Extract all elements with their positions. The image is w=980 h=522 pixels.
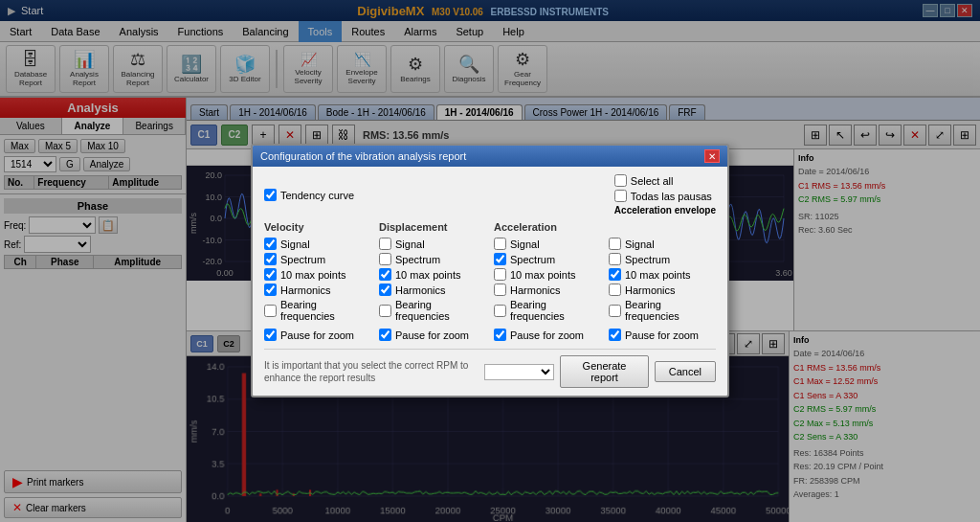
env-10max[interactable]: 10 max points (609, 268, 716, 281)
disp-bearing[interactable]: Bearing frequencies (379, 299, 486, 322)
right-checkboxes: Select all Todas las pausas Acceleration… (614, 174, 716, 216)
dialog-title-bar: Configuration of the vibration analysis … (253, 146, 727, 167)
vel-pause[interactable]: Pause for zoom (264, 329, 371, 341)
acc-signal[interactable]: Signal (494, 238, 601, 250)
todas-pausas-checkbox[interactable] (614, 190, 627, 202)
acceleration-header: Acceleration (494, 221, 601, 233)
disp-pause[interactable]: Pause for zoom (379, 329, 486, 341)
disp-signal[interactable]: Signal (379, 238, 486, 250)
env-harmonics[interactable]: Harmonics (609, 284, 716, 296)
acceleration-column: Acceleration Signal Spectrum 10 max poin… (494, 221, 601, 341)
accel-env-header (609, 221, 716, 233)
acc-spectrum[interactable]: Spectrum (494, 253, 601, 265)
footer-buttons: 1514 Generate report Cancel (484, 355, 716, 388)
tendency-curve-text: Tendency curve (280, 190, 354, 201)
rpm-dropdown[interactable]: 1514 (484, 364, 554, 380)
accel-envelope-text: Acceleration envelope (614, 205, 716, 216)
vel-10max[interactable]: 10 max points (264, 268, 371, 281)
dialog-title-label: Configuration of the vibration analysis … (260, 150, 466, 162)
env-bearing[interactable]: Bearing frequencies (609, 299, 716, 322)
displacement-column: Displacement Signal Spectrum 10 max poin… (379, 221, 486, 341)
vel-spectrum[interactable]: Spectrum (264, 253, 371, 265)
footer-note: It is important that you select the corr… (264, 359, 484, 384)
tendency-curve-checkbox[interactable] (264, 189, 277, 201)
vel-bearing[interactable]: Bearing frequencies (264, 299, 371, 322)
todas-pausas-label[interactable]: Todas las pausas (614, 190, 716, 202)
dialog-footer: It is important that you select the corr… (264, 349, 716, 388)
cancel-button[interactable]: Cancel (655, 361, 716, 382)
select-all-checkbox[interactable] (614, 174, 627, 187)
select-all-label[interactable]: Select all (614, 174, 716, 187)
env-pause[interactable]: Pause for zoom (609, 329, 716, 341)
tendency-curve-row: Tendency curve Select all Todas las paus… (264, 174, 716, 216)
accel-envelope-column: Signal Spectrum 10 max points Harmonics … (609, 221, 716, 341)
disp-harmonics[interactable]: Harmonics (379, 284, 486, 296)
disp-spectrum[interactable]: Spectrum (379, 253, 486, 265)
todas-pausas-text: Todas las pausas (631, 191, 712, 202)
select-all-text: Select all (631, 175, 674, 187)
dialog-overlay: Configuration of the vibration analysis … (0, 0, 980, 522)
acc-harmonics[interactable]: Harmonics (494, 284, 601, 296)
acc-10max[interactable]: 10 max points (494, 268, 601, 281)
dialog-body: Tendency curve Select all Todas las paus… (253, 167, 727, 396)
dialog-columns: Velocity Signal Spectrum 10 max points H… (264, 221, 716, 341)
acc-bearing[interactable]: Bearing frequencies (494, 299, 601, 322)
displacement-header: Displacement (379, 221, 486, 233)
tendency-curve-label[interactable]: Tendency curve (264, 189, 354, 201)
env-signal[interactable]: Signal (609, 238, 716, 250)
vel-harmonics[interactable]: Harmonics (264, 284, 371, 296)
generate-report-button[interactable]: Generate report (560, 355, 648, 388)
acc-pause[interactable]: Pause for zoom (494, 329, 601, 341)
dialog: Configuration of the vibration analysis … (251, 144, 729, 397)
disp-10max[interactable]: 10 max points (379, 268, 486, 281)
dialog-close-button[interactable]: ✕ (704, 149, 720, 163)
vel-signal[interactable]: Signal (264, 238, 371, 250)
env-spectrum[interactable]: Spectrum (609, 253, 716, 265)
velocity-column: Velocity Signal Spectrum 10 max points H… (264, 221, 371, 341)
velocity-header: Velocity (264, 221, 371, 233)
